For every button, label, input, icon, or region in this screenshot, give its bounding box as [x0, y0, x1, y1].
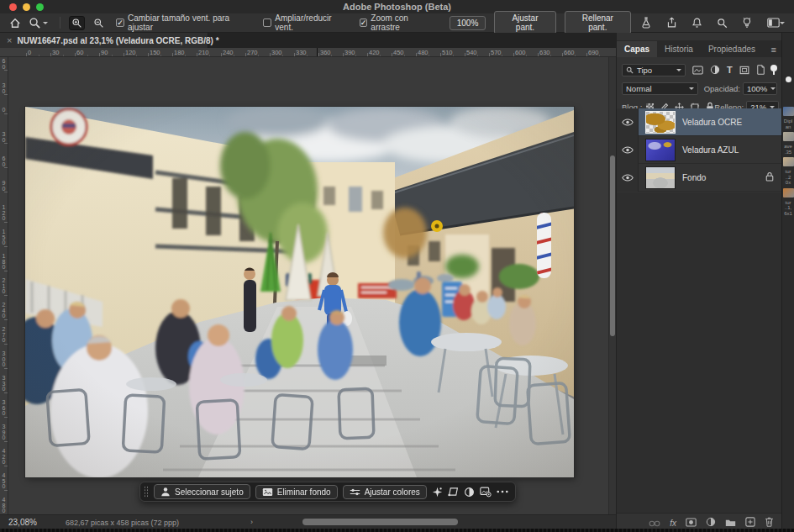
generative-sparkle-icon[interactable] — [432, 487, 443, 498]
ruler-label: 3 3 0 — [0, 376, 8, 392]
ajustar-colores-button[interactable]: Ajustar colores — [343, 485, 427, 499]
checkbox-unchecked-icon[interactable] — [263, 18, 271, 27]
library-asset-thumbnail[interactable] — [783, 132, 794, 141]
option-checkbox[interactable]: ✓Cambiar tamaño vent. para ajustar — [116, 13, 255, 32]
vertical-ruler[interactable]: 6 03 003 06 09 01 2 01 5 01 8 02 1 02 4 … — [0, 57, 8, 514]
panel-tab-propiedades[interactable]: Propiedades — [701, 41, 763, 57]
library-asset-thumbnail[interactable] — [783, 157, 794, 166]
document-tab-title: NUW16647.psd al 23,1% (Veladura OCRE, RG… — [17, 36, 218, 45]
ruler-label: 270 — [247, 49, 258, 56]
tab-close-icon[interactable]: × — [7, 35, 12, 45]
ruler-label: 540 — [466, 49, 477, 56]
filter-type-dropdown[interactable]: Tipo — [622, 64, 686, 76]
ruler-tick — [148, 53, 149, 56]
canvas-document[interactable] — [25, 107, 574, 477]
ruler-label: 570 — [491, 49, 502, 56]
notifications-bell-icon[interactable] — [688, 16, 705, 29]
layer-thumbnail[interactable] — [645, 139, 676, 161]
layer-visibility-eye-icon[interactable] — [617, 136, 639, 164]
zoom-100-button[interactable]: 100% — [450, 16, 486, 30]
library-asset-thumbnail[interactable] — [783, 188, 794, 198]
ruler-label: 390 — [344, 49, 355, 56]
taskbar-button-label: Seleccionar sujeto — [175, 487, 244, 497]
layer-row-fondo[interactable]: Fondo — [617, 164, 782, 192]
transform-icon[interactable] — [448, 487, 459, 497]
option-checkbox[interactable]: Ampliar/reducir vent. — [263, 13, 350, 32]
panel-menu-icon[interactable]: ≡ — [765, 45, 782, 57]
filter-adjustment-icon[interactable] — [710, 65, 720, 75]
ruler-tick — [4, 167, 8, 168]
libraries-strip[interactable]: Dipl anave .35tur ..2 0xtur ..1, 6x1 — [781, 33, 794, 532]
library-asset-label: tur ..1, 6x1 — [784, 200, 792, 217]
contextual-task-bar[interactable]: Seleccionar sujetoEliminar fondoAjustar … — [139, 482, 516, 502]
canvas-pasteboard[interactable]: Seleccionar sujetoEliminar fondoAjustar … — [8, 57, 608, 514]
horizontal-scrollbar-thumb[interactable] — [302, 519, 458, 525]
filter-type-label: Tipo — [637, 66, 652, 75]
ruler-tick — [4, 490, 8, 491]
ruler-minor-tick — [160, 55, 161, 56]
checkbox-checked-icon[interactable]: ✓ — [360, 18, 368, 27]
discover-lightbulb-icon[interactable] — [739, 16, 755, 29]
workspace-chevron-icon — [780, 22, 785, 27]
ruler-tick — [513, 53, 514, 56]
taskbar-drag-handle[interactable] — [144, 486, 149, 498]
panel-tab-capas[interactable]: Capas — [617, 41, 657, 57]
blend-mode-dropdown[interactable]: Normal — [622, 82, 698, 95]
person-icon — [160, 487, 171, 497]
layer-row-ocre[interactable]: Veladura OCRE — [617, 108, 782, 136]
layers-list: Veladura OCREVeladura AZULFondo — [617, 108, 782, 192]
adjustment-contrast-icon[interactable] — [464, 487, 475, 498]
filter-shape-icon[interactable] — [739, 66, 749, 75]
libraries-dot-icon[interactable] — [786, 76, 791, 82]
search-icon[interactable] — [713, 16, 730, 29]
more-options-icon[interactable] — [497, 490, 508, 493]
ruler-minor-tick — [477, 55, 478, 56]
zoom-tool-button[interactable] — [29, 17, 48, 29]
panel-tab-historia[interactable]: Historia — [657, 41, 701, 57]
workspace-switcher-icon[interactable] — [764, 16, 787, 29]
layer-effects-icon[interactable]: fx — [670, 519, 676, 528]
beta-flask-icon[interactable] — [638, 16, 655, 29]
seleccionar-sujeto-button[interactable]: Seleccionar sujeto — [154, 484, 250, 499]
filter-type-text-icon[interactable]: T — [727, 65, 733, 75]
checkbox-checked-icon[interactable]: ✓ — [116, 18, 124, 27]
library-asset-thumbnail[interactable] — [783, 107, 794, 116]
horizontal-ruler[interactable]: 0306090120150180210240270300330360390420… — [0, 48, 616, 57]
ruler-label: 9 0 — [0, 181, 8, 192]
zoom-in-button[interactable] — [69, 16, 86, 30]
eliminar-fondo-button[interactable]: Eliminar fondo — [255, 485, 338, 499]
layer-visibility-eye-icon[interactable] — [617, 108, 639, 136]
ruler-label: 3 6 0 — [0, 400, 8, 417]
zoom-out-button[interactable] — [90, 16, 107, 30]
layer-thumbnail[interactable] — [645, 111, 676, 134]
home-button[interactable] — [7, 16, 24, 29]
canvas-photo[interactable] — [25, 107, 574, 477]
opacity-field[interactable]: 100% — [743, 82, 777, 95]
fill-screen-button[interactable]: Rellenar pant. — [565, 11, 631, 34]
option-checkbox[interactable]: ✓Zoom con arrastre — [360, 13, 439, 32]
filter-pixel-layer-icon[interactable] — [692, 66, 703, 75]
harmonize-icon[interactable] — [480, 487, 492, 498]
ruler-label: 480 — [418, 49, 429, 56]
opacity-label: Opacidad: — [704, 84, 740, 93]
status-zoom-field[interactable]: 23,08% — [8, 518, 37, 527]
ruler-minor-tick — [331, 55, 332, 56]
document-tab[interactable]: × NUW16647.psd al 23,1% (Veladura OCRE, … — [0, 33, 208, 48]
ruler-minor-tick — [526, 55, 527, 56]
fit-screen-button[interactable]: Ajustar pant. — [494, 11, 555, 34]
share-icon[interactable] — [663, 16, 680, 29]
ruler-minor-tick — [209, 55, 210, 56]
filter-toggle-pin[interactable] — [770, 65, 777, 76]
layer-thumbnail[interactable] — [645, 166, 676, 189]
status-chevron-icon[interactable]: › — [250, 518, 253, 526]
ruler-label: 300 — [271, 49, 282, 56]
layer-visibility-eye-icon[interactable] — [617, 164, 639, 192]
vertical-scrollbar[interactable] — [608, 57, 616, 514]
document-info: 682,67 picas x 458 picas (72 ppp) — [66, 519, 179, 527]
blend-mode-value: Normal — [626, 84, 652, 93]
filter-smart-object-icon[interactable] — [756, 65, 765, 75]
search-icon — [626, 66, 634, 74]
layer-row-azul[interactable]: Veladura AZUL — [617, 136, 782, 164]
ruler-tick — [465, 53, 465, 56]
vertical-scrollbar-thumb[interactable] — [610, 155, 615, 336]
